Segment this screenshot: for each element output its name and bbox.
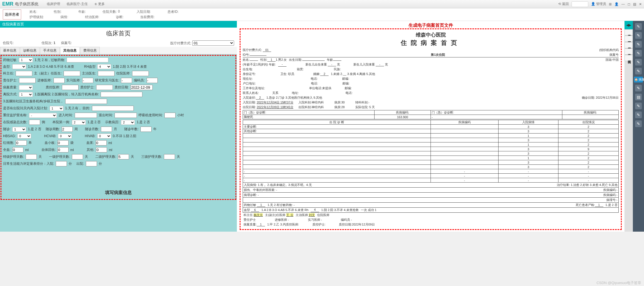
table-row: 其他诊断:32 — [243, 129, 619, 134]
pen-tool-6[interactable]: ✎ — [635, 68, 642, 74]
icu-select[interactable]: - — [29, 113, 57, 118]
infection-input[interactable] — [29, 120, 40, 125]
form-pane: 住院病案首页 临床首页 住院号: 住院次: 1 病案号: 医疗付费方式: 01 … — [0, 21, 237, 232]
sp-days-input[interactable] — [26, 154, 37, 159]
sidetab-orderview[interactable]: 医嘱浏览 — [624, 55, 633, 61]
top-bar: EMR 电子病历系统 临床护理 临床医疗-主任 ⊕ 更多 ⟲ 返回 👤 管理员 … — [0, 0, 644, 8]
doc-title: 住院病案首页 — [243, 39, 619, 47]
pen-tool-9[interactable]: ✎ — [635, 112, 642, 118]
kzr-input[interactable] — [16, 71, 32, 76]
min-icon[interactable]: — — [621, 2, 625, 6]
user-icon[interactable]: 👤 — [614, 2, 619, 6]
plt-input[interactable] — [57, 140, 69, 146]
pen-tool-7[interactable]: ✎ — [635, 85, 642, 91]
pen-tool-10[interactable]: ✎ — [635, 120, 642, 127]
sidetab-medrecord[interactable]: 病案首页 — [624, 49, 633, 55]
teach-select[interactable]: 2 — [121, 120, 135, 125]
purpose-input[interactable] — [92, 106, 134, 111]
tab-other[interactable]: 其他信息 — [60, 47, 80, 54]
followup-select[interactable]: 1 — [12, 127, 26, 132]
allergy-select[interactable]: 1 — [19, 57, 33, 62]
app-subtitle: 电子病历系统 — [15, 2, 38, 7]
app-logo: EMR — [2, 1, 13, 7]
side-tab-toggle[interactable]: ◀▶ — [624, 21, 633, 29]
other-input[interactable] — [96, 147, 107, 152]
yjs-input[interactable] — [121, 78, 132, 83]
table-row: ---- — [243, 174, 619, 178]
toggle-button[interactable] — [572, 1, 588, 7]
document-pane: 生成电子病案首页文件 维森中心医院 住院病案首页 医疗付费方式: 01(组织机构… — [237, 21, 624, 232]
table-row: ---- — [243, 169, 619, 174]
pen-tool-5[interactable]: ✎ — [635, 59, 642, 66]
again-select[interactable]: 1 — [50, 106, 64, 111]
rh-select[interactable]: 4 — [97, 64, 111, 69]
zkrq-input[interactable] — [130, 85, 153, 90]
icu-in-input[interactable] — [75, 113, 97, 118]
zkhs-input[interactable] — [96, 85, 113, 90]
weeks-input[interactable] — [62, 127, 73, 132]
layers-icon[interactable]: ▤ — [633, 2, 636, 6]
whole-input[interactable] — [12, 147, 23, 152]
right-annotation: 生成电子病案首页文件 — [240, 23, 622, 28]
pen-tool-8[interactable]: ✎ — [635, 103, 642, 109]
adl-in-input[interactable] — [56, 161, 67, 166]
hbsag-select[interactable]: 0 — [17, 134, 31, 139]
note-tool[interactable]: ▤ — [635, 94, 642, 100]
table-row: 32 — [243, 138, 619, 142]
menu-more[interactable]: ⊕ 更多 — [94, 2, 110, 6]
pen-tool-2[interactable]: ✎ — [635, 32, 642, 39]
community-input[interactable] — [65, 99, 107, 104]
first-select[interactable]: 2 — [72, 120, 86, 125]
l1-days-input[interactable] — [72, 154, 83, 159]
window-icon[interactable]: ⊞ — [609, 2, 612, 6]
form-area: 药物过敏:11.无 2.有 , 过敏药物: 血型:1.A 2.B 3.O 4.A… — [1, 55, 236, 200]
max-icon[interactable]: ◻ — [628, 2, 630, 6]
table-row: 12 — [243, 142, 619, 147]
self-input[interactable] — [57, 147, 69, 152]
pen-tool-3[interactable]: ✎ — [635, 41, 642, 48]
months-input[interactable] — [101, 127, 112, 132]
admin-label[interactable]: 👤 管理员 — [591, 2, 606, 6]
select-patient-button[interactable]: 选择患者 — [3, 9, 21, 20]
menu-clinical[interactable]: 临床医疗-主任 — [67, 2, 88, 6]
sidetab-record[interactable]: 病历书写 — [624, 42, 633, 48]
years-input[interactable] — [140, 127, 152, 132]
icu-out-input[interactable] — [115, 113, 137, 118]
tab-surgery[interactable]: 手术信息 — [40, 47, 60, 54]
sidetab-orders[interactable]: 医嘱管理 — [624, 36, 633, 42]
pay-method-select[interactable]: 01 — [192, 40, 234, 46]
tab-basic[interactable]: 基本信息 — [0, 47, 20, 54]
zrhs-input[interactable] — [19, 78, 36, 83]
cyfs-select[interactable]: 1 — [19, 92, 33, 97]
rbc-input[interactable] — [16, 140, 27, 146]
medrecord-home-button[interactable]: 🏠病案首页 — [634, 77, 643, 83]
l3-days-input[interactable] — [164, 154, 175, 159]
tab-diag[interactable]: 诊断信息 — [20, 47, 40, 54]
pen-tool-1[interactable]: ✎ — [635, 23, 642, 30]
sxys-input[interactable] — [82, 78, 93, 83]
menu-nursing[interactable]: 临床护理 — [47, 2, 60, 6]
bmy-input[interactable] — [147, 78, 158, 83]
plasma-input[interactable] — [96, 140, 107, 146]
blood-select[interactable] — [12, 64, 26, 69]
allergy-drug-input[interactable] — [67, 57, 108, 62]
hiv-select[interactable]: 0 — [97, 134, 111, 139]
section-title: 住院病案首页 — [0, 21, 237, 28]
vent-input[interactable] — [164, 113, 176, 118]
zkys-input[interactable] — [62, 85, 79, 90]
back-button[interactable]: ⟲ 返回 — [558, 2, 568, 6]
sidetab-clinical[interactable]: 临床首页 — [624, 29, 633, 35]
zzys-input[interactable] — [98, 71, 115, 76]
trans-hosp-input[interactable] — [101, 92, 142, 97]
close-icon[interactable]: ✕ — [639, 2, 642, 6]
table-row: 32 — [243, 160, 619, 165]
zyys-input[interactable] — [132, 71, 149, 76]
tab-fee[interactable]: 费用信息 — [80, 47, 100, 54]
pen-tool-4[interactable]: ✎ — [635, 50, 642, 57]
l2-days-input[interactable] — [118, 154, 129, 159]
hcv-select[interactable]: 0 — [58, 134, 72, 139]
bazl-select[interactable] — [19, 85, 33, 90]
adl-out-input[interactable] — [86, 161, 97, 166]
zfz-input[interactable] — [64, 71, 80, 76]
jxys-input[interactable] — [54, 78, 65, 83]
